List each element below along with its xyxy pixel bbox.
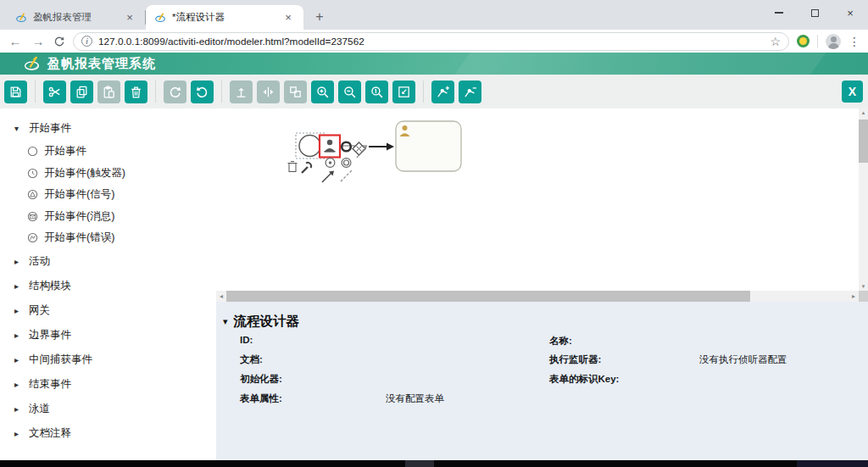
tab-process-designer[interactable]: *流程设计器 × [146,5,303,30]
group-label: 泳道 [29,402,50,416]
tab-close-icon[interactable]: × [123,11,136,25]
group-label: 开始事件 [29,121,71,136]
contextpad-intermediate-event[interactable] [326,158,335,168]
sidebar-group-boundary-events[interactable]: ▸ 边界事件 [14,323,216,347]
sidebar-group-artifacts[interactable]: ▸ 文档注释 [14,421,216,446]
paste-button[interactable] [97,81,120,103]
reload-icon[interactable] [53,36,65,47]
editor-close-button[interactable]: X [842,81,863,103]
field-initiator[interactable]: 初始化器: [240,373,386,386]
vertical-scroll-thumb[interactable] [859,120,868,163]
profile-avatar[interactable] [826,34,841,49]
chevron-down-icon: ▾ [14,124,22,133]
browser-menu-icon[interactable]: ⋮ [849,35,860,48]
sequence-flow-arrowhead [387,143,394,151]
address-bar[interactable]: i 127.0.0.1:8099/activiti-editor/modeler… [73,32,789,51]
horizontal-scroll-thumb[interactable] [226,291,750,302]
field-label: 表单属性: [240,392,386,405]
palette-item-label: 开始事件(信号) [44,187,114,202]
palette-item-label: 开始事件(触发器) [44,166,125,181]
group-label: 活动 [29,254,50,269]
field-form-key[interactable]: 表单的标识Key: [549,373,699,386]
start-event-none-icon [27,146,38,157]
field-documentation[interactable]: 文档: [240,353,386,366]
undo-button[interactable] [191,81,214,103]
undo-icon [195,85,209,99]
cut-button[interactable] [43,81,66,103]
forward-icon[interactable]: → [31,34,46,48]
bpmn-canvas[interactable] [216,108,859,291]
align-horizontal-icon [261,85,275,99]
contextpad-intermediate-throw-event[interactable] [342,158,351,168]
contextpad-user-task-highlight[interactable] [320,136,340,158]
bottom-bar-segment [797,460,868,467]
align-horizontal-button[interactable] [257,81,280,103]
tab-report-manager[interactable]: 盈帆报表管理 × [7,5,145,30]
bookmark-star-icon[interactable]: ☆ [770,35,781,48]
palette-item-start-event-none[interactable]: 开始事件 [27,141,216,163]
toolbar-divider [817,35,818,48]
sidebar-group-start-events[interactable]: ▾ 开始事件 [14,116,216,141]
horizontal-scrollbar[interactable]: ◂ ▸ [216,291,859,302]
zoom-in-button[interactable] [311,81,334,103]
chevron-right-icon: ▸ [14,429,22,438]
sidebar-group-activities[interactable]: ▸ 活动 [14,249,216,274]
contextpad-connection-arrow[interactable] [322,171,334,183]
contextpad-dashed-arrow[interactable] [341,170,352,181]
properties-panel-header[interactable]: ▾ 流程设计器 [223,313,299,331]
contextpad-gateway[interactable] [353,142,365,155]
delete-button[interactable] [125,81,147,103]
bendpoint-add-button[interactable] [431,81,454,103]
bendpoint-remove-button[interactable] [459,81,481,103]
field-id[interactable]: ID: [240,335,386,345]
redo-button[interactable] [164,81,186,103]
scroll-right-icon[interactable]: ▸ [849,292,859,300]
scroll-up-icon[interactable]: ▴ [859,109,868,116]
page-info-icon[interactable]: i [81,36,92,47]
back-icon[interactable]: ← [8,34,23,48]
url-text[interactable]: 127.0.0.1:8099/activiti-editor/modeler.h… [98,36,764,47]
palette-item-start-event-message[interactable]: 开始事件(消息) [27,206,216,228]
palette-item-start-event-timer[interactable]: 开始事件(触发器) [27,163,216,185]
window-close-button[interactable]: × [832,0,868,25]
zoom-fit-icon [397,85,411,99]
sidebar-group-gateways[interactable]: ▸ 网关 [14,298,216,323]
save-button[interactable] [4,81,27,103]
zoom-out-icon [342,85,357,99]
align-vertical-icon [234,85,248,99]
copy-icon [75,85,89,99]
window-minimize-button[interactable] [761,0,797,25]
vertical-scrollbar[interactable]: ▴ ▾ [859,108,868,291]
start-event-error-icon [27,232,38,243]
zoom-actual-icon [370,85,384,99]
field-execution-listeners[interactable]: 执行监听器: 没有执行侦听器配置 [549,353,787,366]
zoom-actual-button[interactable] [365,81,388,103]
field-name[interactable]: 名称: [549,335,699,347]
same-size-button[interactable] [284,81,307,103]
group-label: 结构模块 [29,279,71,293]
start-event-shape[interactable] [299,136,320,157]
sidebar-group-intermediate-catch-events[interactable]: ▸ 中间捕获事件 [14,347,216,372]
field-form-properties[interactable]: 表单属性: 没有配置表单 [240,392,444,405]
zoom-out-button[interactable] [338,81,361,103]
zoom-in-icon [315,85,330,99]
restore-icon [811,9,819,17]
tab-close-icon[interactable]: × [281,11,295,25]
scroll-down-icon[interactable]: ▾ [859,283,868,290]
zoom-fit-button[interactable] [392,81,415,103]
align-vertical-button[interactable] [230,81,253,103]
contextpad-delete[interactable] [288,162,298,172]
palette-item-start-event-error[interactable]: 开始事件(错误) [27,227,216,249]
field-label: 初始化器: [240,373,386,386]
sidebar-group-swimlanes[interactable]: ▸ 泳道 [14,397,216,421]
copy-button[interactable] [70,81,93,103]
sidebar-group-end-events[interactable]: ▸ 结束事件 [14,372,216,397]
palette-item-start-event-signal[interactable]: 开始事件(信号) [27,184,216,206]
chevron-right-icon: ▸ [14,355,22,364]
contextpad-wrench[interactable] [302,163,311,173]
scroll-left-icon[interactable]: ◂ [216,292,226,300]
new-tab-button[interactable]: + [309,6,331,28]
extension-icon[interactable] [797,35,810,47]
window-restore-button[interactable] [797,0,832,25]
sidebar-group-structure[interactable]: ▸ 结构模块 [14,274,216,298]
